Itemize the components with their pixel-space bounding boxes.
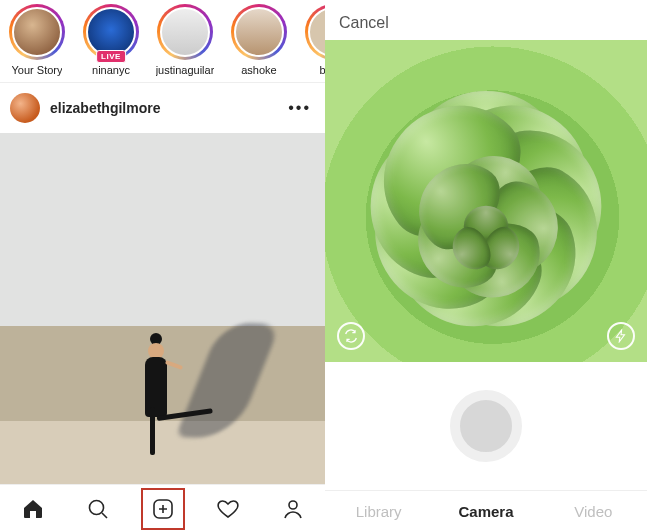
shutter-row xyxy=(325,362,647,490)
cancel-button[interactable]: Cancel xyxy=(339,14,389,31)
story-label: ashoke xyxy=(241,64,276,76)
story-ninanyc[interactable]: LIVE ninanyc xyxy=(80,4,142,76)
bottom-nav xyxy=(0,484,325,532)
stories-row: Your Story LIVE ninanyc justinaguilar as… xyxy=(0,0,325,83)
svg-point-2 xyxy=(289,501,297,509)
tab-library[interactable]: Library xyxy=(325,491,432,532)
post-header: elizabethgilmore ••• xyxy=(0,83,325,133)
profile-icon[interactable] xyxy=(272,489,314,529)
switch-camera-icon[interactable] xyxy=(337,322,365,350)
story-label: Your Story xyxy=(12,64,63,76)
post-username[interactable]: elizabethgilmore xyxy=(50,100,284,116)
home-icon[interactable] xyxy=(12,489,54,529)
svg-point-0 xyxy=(89,500,103,514)
more-options-icon[interactable]: ••• xyxy=(284,99,315,117)
create-post-icon[interactable] xyxy=(142,489,184,529)
figure xyxy=(145,333,167,417)
avatar[interactable] xyxy=(10,93,40,123)
search-icon[interactable] xyxy=(77,489,119,529)
story-your-story[interactable]: Your Story xyxy=(6,4,68,76)
camera-viewfinder[interactable] xyxy=(325,40,647,362)
story-justinaguilar[interactable]: justinaguilar xyxy=(154,4,216,76)
tab-video[interactable]: Video xyxy=(540,491,647,532)
camera-top-bar: Cancel xyxy=(325,0,647,40)
activity-heart-icon[interactable] xyxy=(207,489,249,529)
feed-pane: Your Story LIVE ninanyc justinaguilar as… xyxy=(0,0,325,532)
story-label: ninanyc xyxy=(92,64,130,76)
story-label: justinaguilar xyxy=(156,64,215,76)
shutter-button[interactable] xyxy=(450,390,522,462)
camera-pane: Cancel Library Camera Video xyxy=(325,0,647,532)
post-image[interactable] xyxy=(0,133,325,484)
camera-mode-tabs: Library Camera Video xyxy=(325,490,647,532)
shadow xyxy=(176,322,281,439)
flash-icon[interactable] xyxy=(607,322,635,350)
live-badge: LIVE xyxy=(96,50,126,63)
tab-camera[interactable]: Camera xyxy=(432,491,539,532)
story-ashoke[interactable]: ashoke xyxy=(228,4,290,76)
story-benjir[interactable]: benjir xyxy=(302,4,325,76)
